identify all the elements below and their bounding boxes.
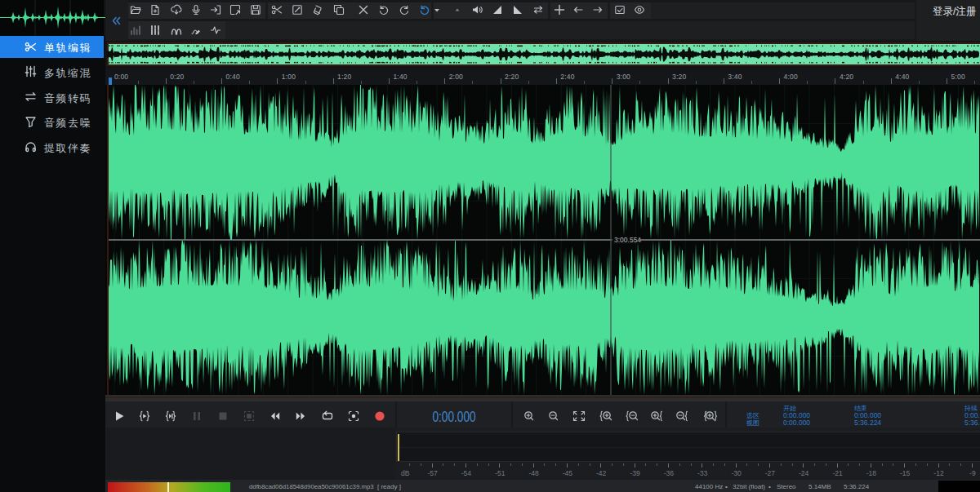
svg-text:3:00.554: 3:00.554 bbox=[614, 236, 641, 244]
